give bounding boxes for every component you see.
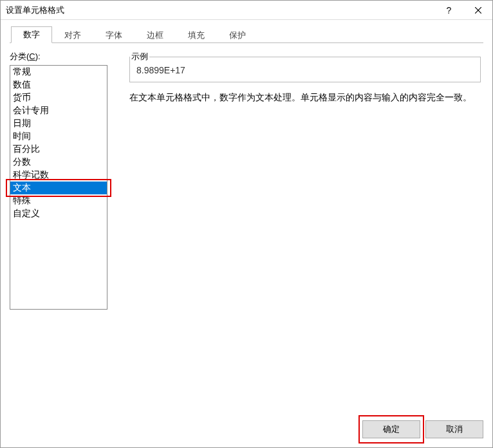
- dialog-body: 数字对齐字体边框填充保护 分类(C): 常规数值货币会计专用日期时间百分比分数科…: [1, 20, 492, 411]
- category-column: 分类(C): 常规数值货币会计专用日期时间百分比分数科学记数文本特殊自定义: [10, 51, 119, 406]
- tab-5[interactable]: 保护: [217, 26, 258, 43]
- close-icon: [475, 7, 481, 14]
- category-label-suffix: ):: [35, 51, 41, 61]
- cancel-button[interactable]: 取消: [425, 420, 483, 438]
- category-item[interactable]: 时间: [10, 130, 107, 143]
- category-item[interactable]: 百分比: [10, 143, 107, 156]
- category-label-prefix: 分类(: [10, 51, 29, 61]
- format-description: 在文本单元格格式中，数字作为文本处理。单元格显示的内容与输入的内容完全一致。: [129, 91, 481, 104]
- number-tab-panel: 分类(C): 常规数值货币会计专用日期时间百分比分数科学记数文本特殊自定义 示例…: [10, 43, 483, 406]
- category-item[interactable]: 日期: [10, 117, 107, 130]
- dialog-footer: 确定 取消: [1, 411, 492, 447]
- detail-column: 示例 8.9899E+17 在文本单元格格式中，数字作为文本处理。单元格显示的内…: [129, 51, 483, 406]
- category-item[interactable]: 会计专用: [10, 104, 107, 117]
- ok-button[interactable]: 确定: [362, 420, 420, 438]
- tab-3[interactable]: 边框: [135, 26, 176, 43]
- ok-button-wrap: 确定: [362, 420, 420, 438]
- help-button[interactable]: ?: [434, 1, 463, 20]
- tab-0[interactable]: 数字: [11, 26, 52, 43]
- tab-underline: [10, 42, 483, 43]
- format-cells-dialog: 设置单元格格式 ? 数字对齐字体边框填充保护 分类(C): 常规数值货币会计专用…: [0, 0, 493, 448]
- example-legend: 示例: [130, 51, 149, 62]
- category-listbox-wrap: 常规数值货币会计专用日期时间百分比分数科学记数文本特殊自定义: [10, 65, 119, 310]
- category-item[interactable]: 数值: [10, 79, 107, 91]
- example-groupbox: 示例 8.9899E+17: [129, 51, 481, 82]
- window-title: 设置单元格格式: [6, 5, 434, 16]
- category-item[interactable]: 科学记数: [10, 169, 107, 182]
- category-item[interactable]: 自定义: [10, 207, 107, 220]
- titlebar: 设置单元格格式 ?: [1, 1, 492, 20]
- category-listbox[interactable]: 常规数值货币会计专用日期时间百分比分数科学记数文本特殊自定义: [10, 65, 107, 310]
- tab-4[interactable]: 填充: [176, 26, 217, 43]
- category-item[interactable]: 分数: [10, 156, 107, 169]
- category-item[interactable]: 货币: [10, 91, 107, 104]
- example-value: 8.9899E+17: [130, 62, 480, 82]
- tab-2[interactable]: 字体: [93, 26, 135, 43]
- category-item[interactable]: 常规: [10, 66, 107, 79]
- category-item[interactable]: 特殊: [10, 194, 107, 207]
- close-button[interactable]: [463, 1, 492, 20]
- category-label: 分类(C):: [10, 51, 119, 62]
- tab-strip: 数字对齐字体边框填充保护: [10, 26, 483, 43]
- category-label-hotkey: C: [29, 51, 35, 61]
- tab-1[interactable]: 对齐: [52, 26, 93, 43]
- category-item[interactable]: 文本: [10, 182, 107, 194]
